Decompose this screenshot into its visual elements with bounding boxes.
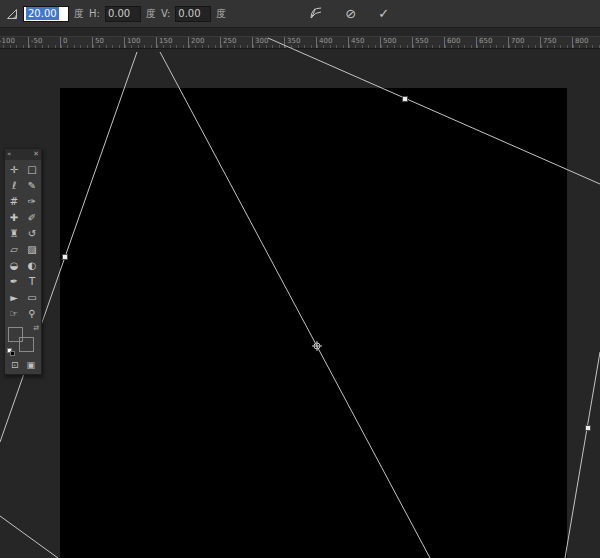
tools-panel-footer: ⊡ ▣ bbox=[5, 358, 41, 374]
swap-colors-icon[interactable]: ⇄ bbox=[33, 324, 39, 332]
color-swatches: ⇄ bbox=[5, 324, 41, 358]
h-skew-label: H: bbox=[89, 8, 100, 19]
ruler-tick: 550 bbox=[412, 37, 444, 48]
rotate-angle-value: 20.00 bbox=[26, 7, 59, 20]
commit-transform-button[interactable]: ✓ bbox=[378, 7, 389, 20]
tool-lasso[interactable]: ℓ bbox=[5, 177, 23, 193]
tool-history-brush[interactable]: ↺ bbox=[23, 225, 41, 241]
ruler-tick: -50 bbox=[28, 37, 60, 48]
v-skew-unit-label: 度 bbox=[216, 7, 226, 21]
tools-grid: ✛ □ ℓ ✎ # ✑ ✚ ✐ ♜ ↺ ▱ ▨ ◒ ◐ ✒ T ► ▭ ☞ ⚲ bbox=[5, 160, 41, 322]
transform-action-buttons: ⊘ ✓ bbox=[309, 6, 389, 21]
v-skew-input[interactable]: 0.00 bbox=[175, 6, 211, 22]
ruler-tick: 300 bbox=[252, 37, 284, 48]
rotate-angle-icon bbox=[6, 8, 18, 20]
transform-handle[interactable] bbox=[586, 426, 591, 431]
ruler-tick: 100 bbox=[124, 37, 156, 48]
canvas[interactable] bbox=[60, 88, 567, 558]
transform-edge-line bbox=[0, 516, 58, 558]
transform-edge-line bbox=[565, 352, 600, 558]
tool-eraser[interactable]: ▱ bbox=[5, 241, 23, 257]
tool-blur[interactable]: ◒ bbox=[5, 257, 23, 273]
h-skew-unit-label: 度 bbox=[146, 7, 156, 21]
v-skew-label: V: bbox=[161, 8, 170, 19]
ruler-tick: 150 bbox=[156, 37, 188, 48]
ruler-tick: 50 bbox=[92, 37, 124, 48]
tool-crop[interactable]: # bbox=[5, 193, 23, 209]
screen-mode-icon[interactable]: ▣ bbox=[27, 360, 36, 370]
ruler-tick: 800 bbox=[572, 37, 600, 48]
tool-gradient[interactable]: ▨ bbox=[23, 241, 41, 257]
default-background-chip bbox=[10, 351, 15, 356]
tool-path-selection[interactable]: ► bbox=[5, 289, 23, 305]
ruler-tick: 0 bbox=[60, 37, 92, 48]
ruler-tick: 500 bbox=[380, 37, 412, 48]
ruler-tick: 200 bbox=[188, 37, 220, 48]
tool-type[interactable]: T bbox=[23, 273, 41, 289]
tool-dodge[interactable]: ◐ bbox=[23, 257, 41, 273]
horizontal-ruler[interactable]: -100 -50 0 50 100 150 200 250 300 350 40… bbox=[0, 36, 600, 49]
tool-rectangular-marquee[interactable]: □ bbox=[23, 161, 41, 177]
cancel-transform-button[interactable]: ⊘ bbox=[345, 7, 356, 20]
ruler-tick: 350 bbox=[284, 37, 316, 48]
rotate-angle-input[interactable]: 20.00 bbox=[23, 6, 69, 22]
ruler-tick: -100 bbox=[0, 37, 28, 48]
default-colors-icon[interactable] bbox=[7, 348, 16, 357]
ruler-tick: 250 bbox=[220, 37, 252, 48]
tool-zoom[interactable]: ⚲ bbox=[23, 305, 41, 321]
tools-panel: « ✕ ✛ □ ℓ ✎ # ✑ ✚ ✐ ♜ ↺ ▱ ▨ ◒ ◐ ✒ T ► ▭ … bbox=[4, 148, 42, 375]
tool-spot-healing-brush[interactable]: ✚ bbox=[5, 209, 23, 225]
h-skew-input[interactable]: 0.00 bbox=[105, 6, 141, 22]
foreground-color-swatch[interactable] bbox=[8, 327, 23, 342]
tool-brush[interactable]: ✐ bbox=[23, 209, 41, 225]
warp-mode-icon[interactable] bbox=[309, 6, 323, 21]
collapse-panel-icon[interactable]: « bbox=[7, 151, 11, 158]
ruler-tick: 600 bbox=[444, 37, 476, 48]
tool-quick-selection[interactable]: ✎ bbox=[23, 177, 41, 193]
ruler-tick: 700 bbox=[508, 37, 540, 48]
ruler-tick: 650 bbox=[476, 37, 508, 48]
tool-clone-stamp[interactable]: ♜ bbox=[5, 225, 23, 241]
tool-eyedropper[interactable]: ✑ bbox=[23, 193, 41, 209]
tools-panel-header: « ✕ bbox=[5, 149, 41, 160]
tool-move[interactable]: ✛ bbox=[5, 161, 23, 177]
ruler-tick: 750 bbox=[540, 37, 572, 48]
photoshop-window: 20.00 度 H: 0.00 度 V: 0.00 度 ⊘ ✓ -100 -50… bbox=[0, 0, 600, 558]
ruler-tick: 400 bbox=[316, 37, 348, 48]
tool-hand[interactable]: ☞ bbox=[5, 305, 23, 321]
transform-options-bar: 20.00 度 H: 0.00 度 V: 0.00 度 ⊘ ✓ bbox=[0, 0, 600, 28]
quick-mask-icon[interactable]: ⊡ bbox=[11, 360, 19, 370]
rotate-unit-label: 度 bbox=[74, 7, 84, 21]
tool-pen[interactable]: ✒ bbox=[5, 273, 23, 289]
ruler-tick: 450 bbox=[348, 37, 380, 48]
tool-rectangle[interactable]: ▭ bbox=[23, 289, 41, 305]
close-panel-icon[interactable]: ✕ bbox=[33, 151, 39, 158]
